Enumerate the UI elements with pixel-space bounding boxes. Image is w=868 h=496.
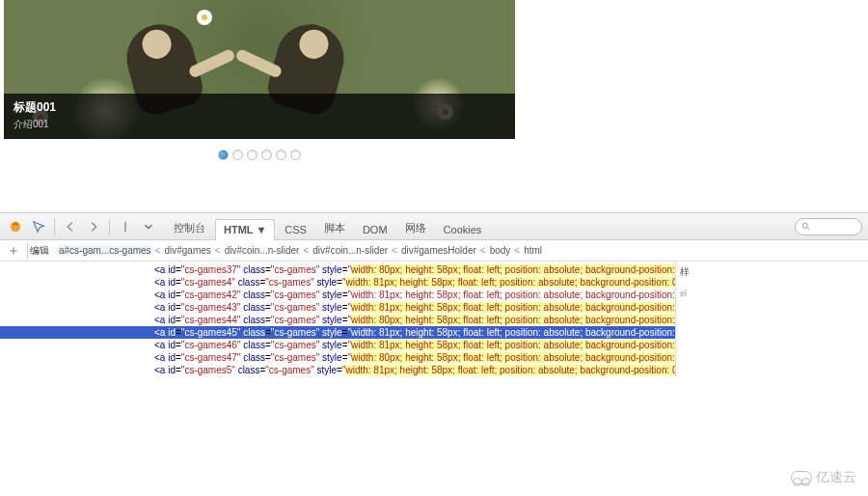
breadcrumb-item[interactable]: div#gamesHolder	[399, 245, 478, 256]
breadcrumb-separator: <	[153, 245, 163, 256]
styles-sidebar[interactable]: 样 el	[675, 262, 712, 376]
code-line[interactable]: <a id="cs-games4" class="cs-games" style…	[0, 276, 675, 289]
breadcrumb-bar: 编辑 a#cs-gam...cs-games<div#games<div#coi…	[0, 240, 868, 262]
code-line[interactable]: <a id="cs-games37" class="cs-games" styl…	[0, 263, 675, 276]
code-line[interactable]: <a id="cs-games45" class="cs-games" styl…	[0, 326, 675, 339]
breadcrumb-separator: <	[301, 245, 311, 256]
code-line[interactable]: <a id="cs-games44" class="cs-games" styl…	[0, 314, 675, 326]
search-input[interactable]	[795, 218, 862, 235]
carousel[interactable]: 标题001 介绍001	[4, 0, 515, 139]
breadcrumb-item[interactable]: div#coin...n-slider	[311, 245, 390, 256]
breadcrumb-separator: <	[213, 245, 223, 256]
devtools-panel: 控制台HTML ▼CSS脚本DOM网络Cookies 编辑 a#cs-gam..…	[0, 212, 868, 376]
separator	[109, 218, 110, 235]
back-icon[interactable]	[61, 217, 80, 236]
breadcrumb-separator: <	[390, 245, 399, 256]
code-pane: <a id="cs-games37" class="cs-games" styl…	[0, 262, 868, 376]
watermark: 亿速云	[791, 469, 856, 486]
svg-point-1	[802, 223, 807, 228]
code-line[interactable]: <a id="cs-games42" class="cs-games" styl…	[0, 289, 675, 301]
watermark-text: 亿速云	[816, 469, 856, 486]
firebug-icon[interactable]	[6, 217, 25, 236]
tab-html[interactable]: HTML ▼	[215, 219, 275, 241]
inspect-icon[interactable]	[29, 217, 48, 236]
carousel-pager	[4, 147, 515, 164]
pager-dot[interactable]	[218, 150, 229, 160]
tab-网络[interactable]: 网络	[397, 217, 434, 240]
pager-dot[interactable]	[290, 150, 301, 160]
tab-控制台[interactable]: 控制台	[166, 217, 213, 240]
code-line[interactable]: <a id="cs-games5" class="cs-games" style…	[0, 364, 675, 376]
separator	[54, 218, 55, 235]
pager-dot[interactable]	[232, 150, 243, 160]
breadcrumb-item[interactable]: div#games	[162, 245, 212, 256]
watermark-logo-icon	[791, 471, 812, 484]
breadcrumb-item[interactable]: div#coin...n-slider	[223, 245, 302, 256]
slide-desc: 介绍001	[14, 118, 505, 131]
devtools-tabs: 控制台HTML ▼CSS脚本DOM网络Cookies	[166, 213, 489, 240]
toggle-tree-icon[interactable]	[6, 243, 21, 259]
separator	[27, 242, 28, 260]
flower-icon	[197, 10, 212, 25]
tab-css[interactable]: CSS	[277, 220, 314, 240]
devtools-toolbar: 控制台HTML ▼CSS脚本DOM网络Cookies	[0, 213, 868, 240]
code-line[interactable]: <a id="cs-games46" class="cs-games" styl…	[0, 339, 675, 351]
breadcrumb-separator: <	[478, 245, 488, 256]
pager-dot[interactable]	[247, 150, 258, 160]
tab-dom[interactable]: DOM	[355, 220, 395, 240]
forward-icon[interactable]	[84, 217, 103, 236]
dropdown-icon[interactable]	[139, 217, 158, 236]
code-line[interactable]: <a id="cs-games43" class="cs-games" styl…	[0, 301, 675, 314]
side-tab[interactable]: 样	[680, 265, 708, 279]
breadcrumb-separator: <	[512, 245, 522, 256]
code-line[interactable]: <a id="cs-games47" class="cs-games" styl…	[0, 351, 675, 364]
html-source[interactable]: <a id="cs-games37" class="cs-games" styl…	[0, 262, 675, 376]
tab-cookies[interactable]: Cookies	[436, 220, 490, 240]
pager-dot[interactable]	[276, 150, 286, 160]
pager-dot[interactable]	[261, 150, 272, 160]
breadcrumb-item[interactable]: html	[522, 245, 544, 256]
breadcrumb-item[interactable]: body	[488, 245, 513, 256]
el-label: el	[680, 289, 708, 298]
tab-脚本[interactable]: 脚本	[316, 217, 353, 240]
breadcrumb-item[interactable]: a#cs-gam...cs-games	[57, 245, 153, 256]
slide-title: 标题001	[14, 99, 505, 116]
edit-label[interactable]: 编辑	[30, 244, 49, 258]
line-icon[interactable]	[116, 217, 135, 236]
slide-caption: 标题001 介绍001	[4, 94, 515, 139]
